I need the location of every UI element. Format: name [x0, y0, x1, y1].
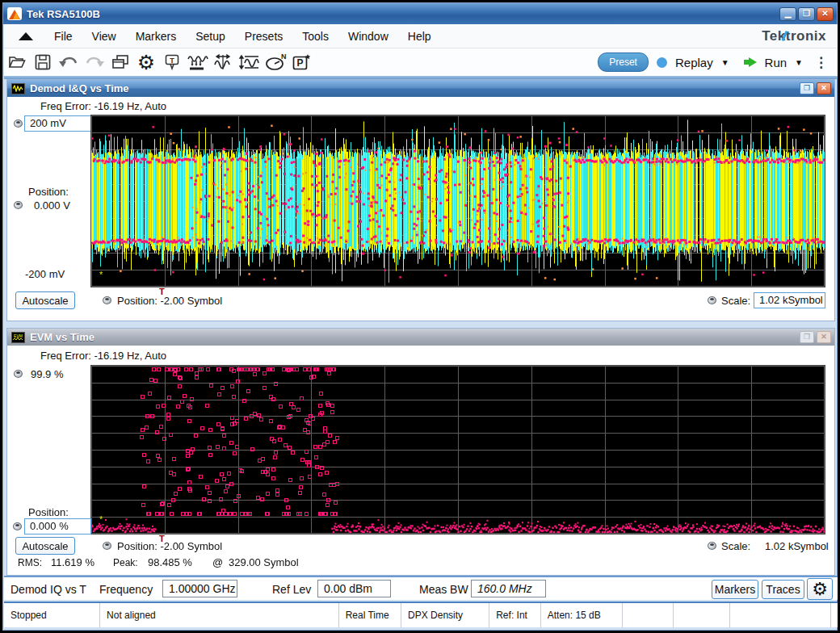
window-title: Tek RSA5100B — [27, 8, 100, 20]
minimize-icon[interactable]: ▁ — [779, 7, 796, 21]
title-bar: Tek RSA5100B ▁ ❐ ✕ — [3, 3, 837, 24]
menu-setup[interactable]: Setup — [186, 27, 235, 46]
panel2-scale-knob-icon[interactable] — [14, 370, 23, 378]
control-bar: Demod IQ vs T Frequency 1.00000 GHz Ref … — [4, 576, 838, 600]
panel2-header[interactable]: EVM EVM vs Time ❐ ✕ — [7, 329, 834, 346]
panel2-autoscale-button[interactable]: Autoscale — [15, 537, 75, 555]
status-bar: Stopped Not aligned Real Time DPX Densit… — [4, 602, 838, 627]
panel2-position-knob-icon[interactable] — [13, 522, 22, 530]
marker-tag-icon[interactable]: T — [159, 51, 185, 73]
panel1-xscale-knob-icon[interactable] — [708, 296, 716, 304]
at-value: 329.00 Symbol — [229, 556, 299, 568]
ref-lev-label: Ref Lev — [272, 583, 311, 596]
panel2-xscale-knob-icon[interactable] — [708, 542, 716, 550]
status-display: DPX Density — [401, 603, 489, 627]
panel2-close-icon[interactable]: ✕ — [817, 331, 831, 343]
markers-button[interactable]: Markers — [712, 580, 758, 599]
panel1-close-icon[interactable]: ✕ — [817, 82, 831, 94]
panel1-xposition-knob-icon[interactable] — [103, 296, 111, 304]
meas-bw-input[interactable]: 160.0 MHz — [471, 580, 546, 597]
app-logo-icon — [7, 7, 22, 20]
user-preset-icon[interactable]: P — [288, 51, 314, 73]
panel-evm-vs-time: EVM EVM vs Time ❐ ✕ Freq Error: -16.19 H… — [6, 328, 835, 576]
svg-text:P: P — [296, 57, 303, 69]
panel1-scale-label: Scale: — [721, 295, 750, 307]
status-spare2 — [674, 603, 729, 627]
evm-plot[interactable] — [90, 365, 825, 534]
measurement-name: Demod IQ vs T — [10, 583, 86, 596]
replay-status-icon — [657, 57, 667, 68]
panel2-restore-icon[interactable]: ❐ — [800, 331, 814, 343]
panel-demod-iq-vs-time: Demod I&Q vs Time ❐ ✕ Freq Error: -16.19… — [6, 79, 835, 321]
menu-help[interactable]: Help — [398, 27, 441, 46]
panel2-top-scale[interactable]: 99.9 % — [31, 368, 63, 380]
run-arrow-icon — [749, 57, 757, 67]
demod-iq-plot[interactable] — [90, 115, 825, 287]
status-ref: Ref: Int — [489, 603, 541, 627]
panel2-scale-value[interactable]: 1.02 kSymbol — [765, 540, 829, 552]
panel1-scale-knob-icon[interactable] — [14, 119, 23, 128]
ref-lev-input[interactable]: 0.00 dBm — [317, 580, 391, 597]
settings-gear-icon[interactable]: ⚙ — [133, 51, 159, 73]
panel1-position-label: Position: — [28, 186, 69, 198]
peak-label: Peak: — [113, 557, 138, 568]
open-file-icon[interactable] — [4, 51, 30, 73]
frequency-input[interactable]: 1.00000 GHz — [162, 580, 237, 597]
panel1-position-value[interactable]: 0.000 V — [34, 199, 70, 212]
span-waveform-icon[interactable] — [211, 51, 237, 73]
settings-gear-button[interactable]: ⚙ — [807, 578, 833, 600]
panel2-x-position[interactable]: Position: -2.00 Symbol — [117, 540, 222, 552]
menu-bar: File View Markers Setup Presets Tools Wi… — [4, 24, 838, 48]
panel2-position-input[interactable]: 0.000 % — [24, 518, 91, 534]
meas-bw-label: Meas BW — [419, 583, 468, 596]
screen: Tek RSA5100B ▁ ❐ ✕ File View Markers Set… — [0, 0, 840, 633]
save-icon[interactable] — [30, 51, 56, 73]
more-options-icon[interactable]: ⋮ — [811, 54, 831, 71]
replay-caret-icon[interactable]: ▼ — [721, 58, 729, 67]
at-label: @ — [212, 556, 223, 568]
menu-presets[interactable]: Presets — [235, 27, 292, 46]
status-filler — [831, 603, 838, 627]
acquisition-clock-icon[interactable]: N — [262, 51, 288, 73]
eject-icon[interactable] — [19, 32, 33, 40]
panel2-title: EVM vs Time — [30, 331, 94, 343]
amplitude-vs-time-icon[interactable] — [237, 51, 262, 73]
menu-file[interactable]: File — [44, 27, 82, 46]
status-acquisition: Stopped — [4, 603, 100, 627]
run-button[interactable]: Run — [765, 56, 788, 69]
toolbar: ⚙ T N P Preset Replay ▼ Run ▼ ⋮ — [4, 48, 838, 76]
restore-icon[interactable]: ❐ — [798, 7, 815, 21]
rms-value: 11.619 % — [51, 556, 94, 568]
panel1-top-scale-input[interactable]: 200 mV — [24, 115, 91, 132]
rms-label: RMS: — [18, 557, 42, 568]
demod-iq-canvas[interactable] — [91, 115, 825, 287]
panel1-scale-input[interactable]: 1.02 kSymbol — [754, 292, 825, 308]
panel1-x-position[interactable]: Position: -2.00 Symbol — [117, 295, 222, 307]
panel1-restore-icon[interactable]: ❐ — [800, 82, 814, 94]
panel1-header[interactable]: Demod I&Q vs Time ❐ ✕ — [7, 80, 834, 97]
undo-icon[interactable] — [56, 51, 82, 73]
menu-tools[interactable]: Tools — [292, 27, 338, 46]
arrange-windows-icon[interactable] — [107, 51, 133, 73]
panel1-autoscale-button[interactable]: Autoscale — [15, 291, 75, 309]
evm-canvas[interactable] — [91, 366, 825, 534]
status-spare3 — [730, 603, 831, 627]
panel2-xposition-knob-icon[interactable] — [103, 542, 111, 550]
close-icon[interactable]: ✕ — [817, 7, 834, 21]
tektronix-logo: Tektronix — [762, 28, 826, 44]
menu-window[interactable]: Window — [338, 27, 398, 46]
spectrum-trigger-icon[interactable] — [185, 51, 211, 73]
menu-view[interactable]: View — [82, 27, 126, 46]
run-caret-icon[interactable]: ▼ — [795, 58, 803, 67]
panel2-position-label: Position: — [28, 506, 69, 518]
menu-markers[interactable]: Markers — [126, 27, 187, 46]
redo-icon[interactable] — [82, 51, 107, 73]
evm-panel-icon: EVM — [11, 332, 25, 343]
replay-button[interactable]: Replay — [675, 56, 713, 69]
traces-button[interactable]: Traces — [762, 580, 804, 599]
preset-button[interactable]: Preset — [598, 52, 649, 72]
panel1-title: Demod I&Q vs Time — [30, 82, 129, 94]
status-alignment: Not aligned — [100, 603, 339, 627]
panel1-position-knob-icon[interactable] — [14, 201, 23, 209]
panel2-freq-error: Freq Error: -16.19 Hz, Auto — [40, 350, 166, 362]
